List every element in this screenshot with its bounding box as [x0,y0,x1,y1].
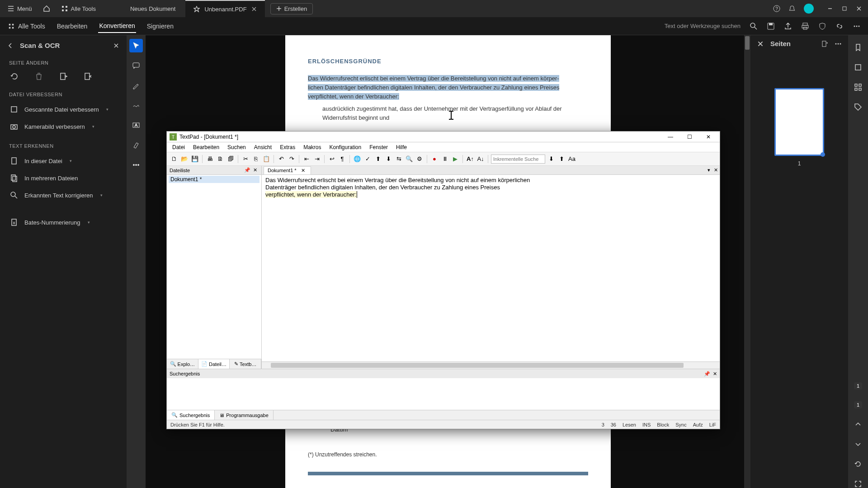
filelist-tab-label[interactable]: Dateiliste [170,168,190,173]
menu-fenster[interactable]: Fenster [366,143,392,151]
print-icon[interactable] [801,22,809,30]
indent-right-icon[interactable]: ⇥ [312,155,321,164]
chevron-up-icon[interactable] [854,420,862,428]
textpad-window[interactable]: T TextPad - [Dokument1 *] — ☐ ✕ Datei Be… [166,131,720,429]
undo-icon[interactable]: ↶ [277,155,286,164]
tab-neues-dokument[interactable]: Neues Dokument [122,0,184,17]
pencil-tool[interactable] [129,79,143,92]
rotate-icon[interactable] [10,72,19,81]
panel-close-icon[interactable]: ✕ [252,167,259,173]
chevron-down-icon[interactable] [854,440,862,448]
highlight-tool[interactable] [129,138,143,152]
enhance-camera-image[interactable]: Kamerabild verbessern▾ [0,118,127,135]
pilcrow-icon[interactable]: ¶ [338,155,347,164]
paragraph-2[interactable]: ausdrücklich zugestimmt hat, dass der Un… [322,104,588,122]
indent-left-icon[interactable]: ⇤ [302,155,311,164]
all-tools-button[interactable]: Alle Tools [57,3,100,14]
back-icon[interactable] [7,42,14,49]
page-counter-2[interactable]: 1 [854,401,862,408]
search-up-icon[interactable]: ⬆ [557,155,566,164]
search-icon[interactable] [750,22,758,30]
window-close-icon[interactable] [856,6,862,11]
enhance-scanned-file[interactable]: Gescannte Datei verbessern▾ [0,101,127,118]
font-bigger-icon[interactable]: A↑ [466,155,475,164]
new-file-icon[interactable]: 🗋 [170,155,179,164]
create-button[interactable]: Erstellen [270,3,313,14]
compare-icon[interactable]: ⇆ [394,155,403,164]
match-case-icon[interactable]: Aa [567,155,576,164]
freehand-tool[interactable] [129,99,143,112]
highlighted-text-1[interactable]: Das Widerrufsrecht erlischt bei einem Ve… [308,75,559,82]
menu-bearbeiten[interactable]: Bearbeiten [189,143,223,151]
highlighted-text-2[interactable]: lichen Datenträger befindlichen digitale… [308,84,559,91]
star-icon[interactable] [193,6,200,12]
extract-icon[interactable] [59,72,68,81]
find-icon[interactable]: 🔍 [405,155,414,164]
panel-close-icon[interactable] [113,42,119,49]
incremental-search-input[interactable] [491,155,545,164]
close-icon[interactable]: ✕ [710,371,717,377]
minimize-icon[interactable] [827,6,833,11]
correct-recognized-text[interactable]: Erkannten Text korrigieren▾ [0,187,127,204]
doc-tab-close-icon[interactable]: ✕ [299,168,307,174]
program-output-tab[interactable]: 🖥Programmausgabe [215,410,274,420]
menu-hilfe[interactable]: Hilfe [392,143,410,151]
explorer-tab[interactable]: 🔍Explo… [167,359,198,369]
highlighted-text-3[interactable]: verpflichtet, wenn der Verbraucher: [308,93,399,100]
menu-konfiguration[interactable]: Konfiguration [326,143,365,151]
textpad-maximize[interactable]: ☐ [681,132,698,141]
close-all-icon[interactable]: ✕ [712,167,720,173]
vertical-scrollbar[interactable] [744,35,750,488]
horizontal-scrollbar[interactable] [262,361,720,369]
pause-macro-icon[interactable]: ⏸ [440,155,449,164]
print-icon[interactable]: 🖶 [205,155,214,164]
pin-icon[interactable]: 📌 [243,167,252,173]
sort-desc-icon[interactable]: ⬇ [384,155,393,164]
bell-icon[interactable] [788,5,796,12]
dropdown-icon[interactable]: ▾ [706,167,712,173]
bookmark-icon[interactable] [854,43,862,52]
comment-tool[interactable] [129,59,143,72]
help-icon[interactable]: ? [773,5,780,12]
redo-icon[interactable]: ↷ [287,155,296,164]
print-preview-icon[interactable]: 🗎 [216,155,225,164]
insert-icon[interactable] [83,72,92,81]
recognize-in-multiple-files[interactable]: In mehreren Dateien [0,169,127,187]
save-file-icon[interactable]: 💾 [190,155,199,164]
more-icon[interactable] [835,40,842,47]
play-macro-icon[interactable]: ▶ [451,155,460,164]
menu-makros[interactable]: Makros [300,143,325,151]
text-editor[interactable]: Das Widerrufsrecht erlischt bei einem Ve… [262,175,720,361]
cut-icon[interactable]: ✂ [241,155,250,164]
maximize-icon[interactable] [842,6,847,11]
font-smaller-icon[interactable]: A↓ [476,155,485,164]
insert-page-icon[interactable] [821,40,828,47]
search-down-icon[interactable]: ⬇ [547,155,556,164]
share-icon[interactable] [784,22,792,30]
hamburger-menu[interactable]: Menü [3,3,37,14]
home-button[interactable] [38,3,55,14]
edit-menu[interactable]: Bearbeiten [56,20,89,33]
sign-menu[interactable]: Signieren [146,20,175,33]
wordwrap-icon[interactable]: ↩ [327,155,336,164]
filelist-item[interactable]: Dokument1 * [169,176,259,183]
textpad-close[interactable]: ✕ [700,132,717,141]
convert-menu[interactable]: Konvertieren [98,19,136,33]
page-counter-1[interactable]: 1 [854,382,862,389]
tools-icon[interactable]: ⚙ [415,155,424,164]
menu-suchen[interactable]: Suchen [224,143,250,151]
spell-icon[interactable]: ✓ [363,155,372,164]
paste-icon[interactable]: 📋 [262,155,271,164]
record-macro-icon[interactable]: ● [430,155,439,164]
sort-asc-icon[interactable]: ⬆ [373,155,382,164]
tab-unbenannt-pdf[interactable]: Unbenannt.PDF [185,0,264,17]
web-icon[interactable]: 🌐 [353,155,362,164]
link-icon[interactable] [835,22,844,30]
tab-close-icon[interactable] [251,6,257,12]
bates-numbering[interactable]: Bates-Nummerierung▾ [0,214,127,231]
save-icon[interactable] [767,22,775,30]
attachments-icon[interactable] [854,63,862,71]
filelist-tab[interactable]: 📄Dateil… [198,359,230,369]
document-tab[interactable]: Dokument1 * ✕ [264,166,311,174]
open-file-icon[interactable]: 📂 [180,155,189,164]
